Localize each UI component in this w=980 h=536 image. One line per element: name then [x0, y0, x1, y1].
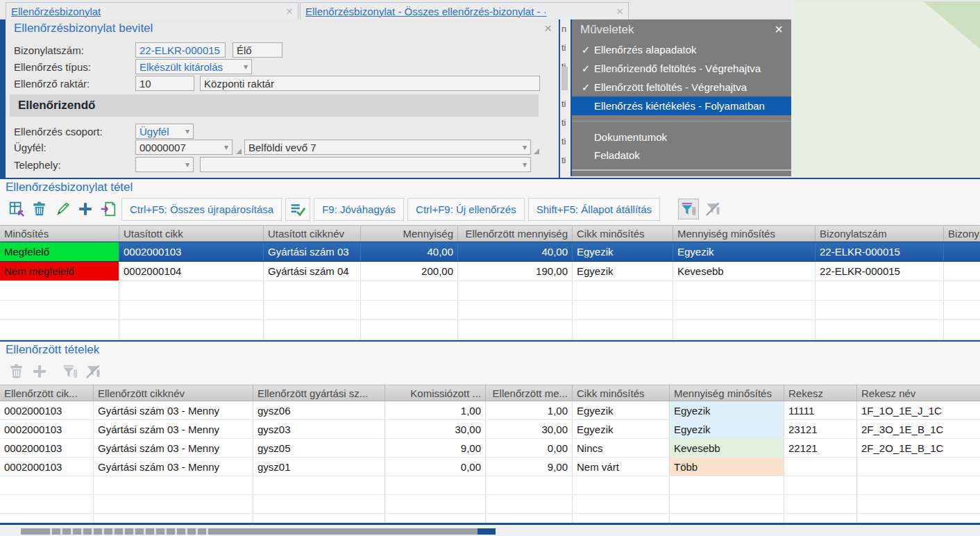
- combo-resize-handle[interactable]: [534, 149, 539, 154]
- edit-icon[interactable]: [53, 199, 72, 219]
- tab-ellenorzesbizonylat[interactable]: Ellenőrzésbizonylat ×: [6, 2, 298, 19]
- column-header[interactable]: Ellenőrzött gyártási sz...: [253, 385, 385, 401]
- operation-item[interactable]: ✓Ellenőrzés alapadatok: [572, 40, 791, 59]
- table-cell: 40,00: [458, 242, 573, 261]
- table-cell: [857, 514, 980, 523]
- telephely-name-combo[interactable]: ▾: [200, 157, 531, 172]
- table-cell: 0002000103: [0, 458, 94, 476]
- column-header[interactable]: Rekesz: [784, 385, 857, 401]
- status-field[interactable]: Élő: [233, 42, 282, 58]
- column-header[interactable]: Bizonylatszám: [816, 226, 944, 241]
- table-row[interactable]: 0002000103Gyártási szám 03 - Mennygysz03…: [0, 420, 980, 439]
- table-cell: 1,00: [486, 401, 573, 419]
- chevron-down-icon[interactable]: ▾: [183, 126, 189, 136]
- filter-icon[interactable]: [678, 199, 699, 219]
- bizonylatszam-field[interactable]: 22-ELKR-000015: [135, 42, 226, 58]
- chevron-down-icon[interactable]: ▾: [221, 142, 228, 152]
- uj-ellenorzes-button[interactable]: Ctrl+F9: Új ellenőrzés: [407, 198, 525, 221]
- table-row[interactable]: 0002000103Gyártási szám 03 - Mennygysz01…: [0, 458, 980, 476]
- table-cell: [816, 301, 944, 319]
- approve-list-icon[interactable]: [285, 198, 310, 221]
- paste-icon[interactable]: [99, 199, 118, 219]
- operation-link[interactable]: Feladatok: [572, 146, 791, 164]
- column-header[interactable]: Cikk minősítés: [573, 226, 673, 241]
- column-header[interactable]: Bizonyla: [944, 226, 980, 241]
- ugyfel-name-combo[interactable]: Belföldi vevő 7 ▾: [244, 140, 531, 155]
- delete-icon[interactable]: [30, 199, 49, 219]
- column-header[interactable]: Minősítés: [0, 226, 119, 241]
- ugyfel-code-value: 00000007: [140, 142, 186, 153]
- column-header[interactable]: Mennyiség minősítés: [673, 226, 816, 241]
- column-header[interactable]: Utasított cikknév: [264, 226, 361, 241]
- table-cell: 40,00: [361, 242, 458, 261]
- operation-link[interactable]: Dokumentumok: [572, 128, 791, 146]
- close-icon[interactable]: ×: [775, 22, 783, 37]
- table-row[interactable]: [0, 476, 980, 495]
- column-header[interactable]: Utasított cikk: [119, 226, 264, 241]
- table-cell: 200,00: [361, 262, 458, 280]
- chevron-down-icon[interactable]: ▾: [241, 62, 248, 72]
- table-cell: 22121: [784, 439, 857, 457]
- osszes-ujraparositasa-button[interactable]: Ctrl+F5: Összes újrapárosítása: [121, 198, 282, 221]
- table-cell: gysz05: [253, 439, 385, 457]
- close-icon[interactable]: ×: [544, 21, 552, 36]
- table-row[interactable]: [0, 301, 980, 320]
- combo-resize-handle[interactable]: [236, 149, 242, 154]
- table-cell: Egyezik: [573, 401, 670, 419]
- chevron-down-icon[interactable]: ▾: [183, 160, 189, 169]
- column-header[interactable]: Komissiózott ...: [385, 385, 486, 401]
- ellenorizendo-section-header: Ellenőrizendő: [10, 94, 539, 117]
- operation-item[interactable]: ✓Ellenőrizendő feltöltés - Végrehajtva: [572, 59, 791, 78]
- table-row[interactable]: [0, 320, 980, 340]
- table-cell: [361, 320, 458, 339]
- table-row[interactable]: [0, 281, 980, 301]
- scrollbar-marks: [42, 528, 215, 535]
- column-header[interactable]: Mennyiség minősítés: [670, 385, 784, 401]
- allapot-atallitas-button[interactable]: Shift+F5: Állapot átállítás: [528, 198, 660, 221]
- jovahagyas-button[interactable]: F9: Jóváhagyás: [314, 198, 404, 221]
- ellenorzes-tipus-dropdown[interactable]: Elkészült kitárolás ▾: [135, 59, 252, 74]
- close-icon[interactable]: ×: [616, 6, 623, 17]
- operation-item[interactable]: ✓Ellenőrzött feltöltés - Végrehajtva: [572, 78, 791, 97]
- table-cell: 30,00: [385, 420, 486, 438]
- table-row[interactable]: 0002000103Gyártási szám 03 - Mennygysz06…: [0, 401, 980, 420]
- table-cell: Gyártási szám 03: [264, 242, 361, 261]
- table-cell: Egyezik: [670, 401, 784, 419]
- table-cell: [0, 495, 94, 513]
- filter-clear-icon: [702, 199, 723, 219]
- table-row[interactable]: [0, 514, 980, 523]
- table-cell: [264, 281, 361, 300]
- open-record-icon[interactable]: [7, 199, 26, 219]
- column-header[interactable]: Cikk minősítés: [573, 385, 670, 401]
- column-header[interactable]: Ellenőrzött mennyiség: [458, 226, 573, 241]
- chevron-down-icon[interactable]: ▾: [520, 142, 527, 152]
- section-title: Ellenőrzésbizonylat tétel: [6, 181, 133, 194]
- raktar-code-field[interactable]: 10: [135, 76, 194, 91]
- column-header[interactable]: Ellenőrzött me...: [486, 385, 573, 401]
- tab-label: Ellenőrzésbizonylat - Összes ellenőrzés-…: [305, 6, 612, 17]
- tetel-toolbar: Ctrl+F5: Összes újrapárosítása F9: Jóváh…: [7, 197, 723, 221]
- table-cell: Gyártási szám 03 - Menny: [94, 420, 253, 438]
- ugyfel-code-combo[interactable]: 00000007 ▾: [135, 140, 233, 155]
- chevron-down-icon[interactable]: ▾: [520, 160, 527, 169]
- raktar-name-field[interactable]: Központi raktár: [200, 76, 540, 91]
- table-row[interactable]: 0002000103Gyártási szám 03 - Mennygysz05…: [0, 439, 980, 458]
- table-row[interactable]: [0, 495, 980, 514]
- close-icon[interactable]: ×: [286, 6, 293, 17]
- add-icon[interactable]: [76, 199, 95, 219]
- tab-osszes-ellenorzes-bizonylat[interactable]: Ellenőrzésbizonylat - Összes ellenőrzés-…: [300, 2, 629, 19]
- table-cell: gysz01: [253, 458, 385, 476]
- status-value: Élő: [237, 44, 252, 56]
- column-header[interactable]: Ellenőrzött cik...: [0, 385, 94, 401]
- table-cell: 23121: [784, 420, 857, 438]
- operation-item[interactable]: Ellenőrzés kiértékelés - Folyamatban: [572, 97, 791, 115]
- telephely-code-combo[interactable]: ▾: [135, 157, 194, 172]
- ellenorzes-csoport-dropdown[interactable]: Ügyfél ▾: [135, 124, 194, 139]
- column-header[interactable]: Ellenőrzött cikknév: [94, 385, 253, 401]
- column-header[interactable]: Rekesz név: [857, 385, 980, 401]
- table-row[interactable]: Megfelelő0002000103Gyártási szám 0340,00…: [0, 242, 980, 262]
- table-row[interactable]: Nem megfelelő0002000104Gyártási szám 042…: [0, 262, 980, 281]
- table-cell: gysz06: [253, 401, 385, 419]
- backdrop-corner-decoration: [791, 1, 980, 178]
- column-header[interactable]: Mennyiség: [361, 226, 458, 241]
